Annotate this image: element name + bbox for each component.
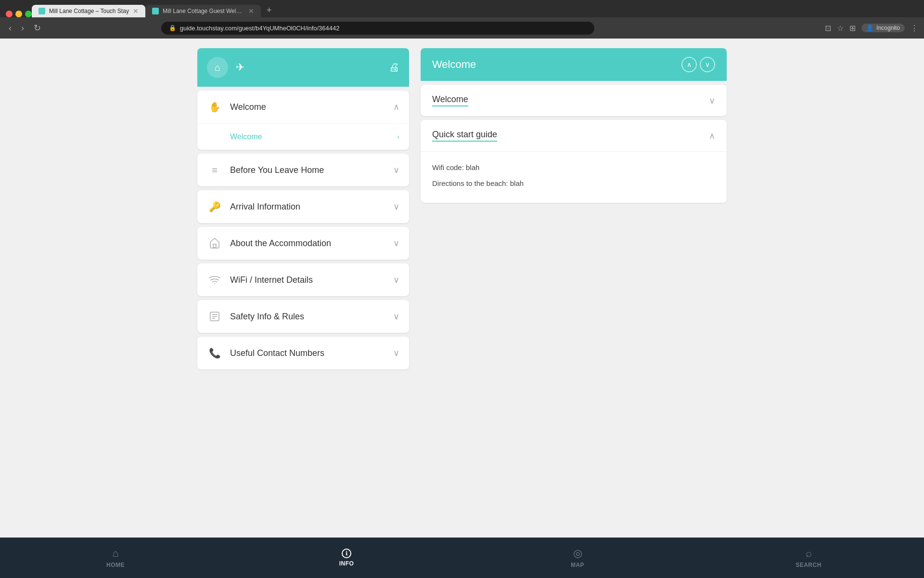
wifi-chevron: ∨ <box>393 275 399 285</box>
incognito-badge: 👤 Incognito <box>861 24 905 32</box>
bottom-nav: ⌂ HOME ℹ INFO ◎ MAP ⌕ SEARCH <box>0 538 924 578</box>
page-content: ⌂ ✈ 🖨 ✋ Welcome ∧ Welcome <box>0 39 924 576</box>
left-panel: ⌂ ✈ 🖨 ✋ Welcome ∧ Welcome <box>197 48 409 566</box>
reload-button[interactable]: ↻ <box>31 21 44 35</box>
nav-section-wifi: WiFi / Internet Details ∨ <box>197 263 409 296</box>
info-nav-label: INFO <box>339 560 354 567</box>
welcome-icon: ✋ <box>207 99 222 115</box>
nav-section-safety-header[interactable]: Safety Info & Rules ∨ <box>197 300 409 333</box>
bottom-nav-info[interactable]: ℹ INFO <box>231 543 462 572</box>
right-panel-header: Welcome ∧ ∨ <box>421 48 727 81</box>
nav-down-arrow[interactable]: ∨ <box>700 57 715 72</box>
arrival-icon: 🔑 <box>207 199 222 214</box>
left-panel-header: ⌂ ✈ 🖨 <box>197 48 409 87</box>
bookmark-icon[interactable]: ☆ <box>837 24 844 33</box>
tab-2-close[interactable]: ✕ <box>248 8 254 14</box>
svg-point-1 <box>214 283 215 284</box>
quick-start-card-header[interactable]: Quick start guide ∧ <box>421 120 727 151</box>
bottom-nav-home[interactable]: ⌂ HOME <box>0 543 231 572</box>
nav-section-accommodation-header[interactable]: About the Accommodation ∨ <box>197 227 409 260</box>
contact-chevron: ∨ <box>393 348 399 358</box>
tab-1[interactable]: Mill Lane Cottage – Touch Stay ✕ <box>32 5 145 17</box>
nav-section-before-header[interactable]: ≡ Before You Leave Home ∨ <box>197 154 409 186</box>
before-icon: ≡ <box>207 162 222 178</box>
welcome-sub-item[interactable]: Welcome › <box>197 128 409 146</box>
home-icon-circle[interactable]: ⌂ <box>207 57 228 78</box>
address-bar[interactable]: 🔒 guide.touchstay.com/guest/b4YqUMheOl0C… <box>161 22 594 35</box>
right-panel-title: Welcome <box>432 58 476 71</box>
right-panel: Welcome ∧ ∨ Welcome ∨ Quick sta <box>421 48 727 566</box>
menu-icon[interactable]: ⋮ <box>911 24 918 33</box>
url-text: guide.touchstay.com/guest/b4YqUMheOl0CH/… <box>180 25 340 32</box>
accommodation-icon <box>207 236 222 251</box>
home-nav-icon: ⌂ <box>112 547 118 560</box>
quick-start-card-chevron: ∧ <box>709 131 715 141</box>
cast-icon[interactable]: ⊡ <box>825 24 831 33</box>
wifi-label: WiFi / Internet Details <box>230 275 385 285</box>
arrival-label: Arrival Information <box>230 202 385 212</box>
forward-button[interactable]: › <box>18 21 27 35</box>
contact-icon: 📞 <box>207 345 222 361</box>
welcome-card-title: Welcome <box>432 94 468 106</box>
nav-section-before-you-leave: ≡ Before You Leave Home ∨ <box>197 154 409 186</box>
lock-icon: 🔒 <box>169 25 176 31</box>
nav-section-safety: Safety Info & Rules ∨ <box>197 300 409 333</box>
back-button[interactable]: ‹ <box>6 21 14 35</box>
info-active-indicator: ℹ <box>342 549 351 558</box>
incognito-label: Incognito <box>876 25 900 31</box>
tab-2-favicon <box>152 8 159 14</box>
arrival-chevron: ∨ <box>393 201 399 212</box>
nav-arrows: ∧ ∨ <box>681 57 715 72</box>
nav-section-accommodation: About the Accommodation ∨ <box>197 227 409 260</box>
tabs-bar: Mill Lane Cottage – Touch Stay ✕ Mill La… <box>0 0 924 17</box>
send-icon[interactable]: ✈ <box>236 61 244 74</box>
content-cards: Welcome ∨ Quick start guide ∧ Wifi code:… <box>421 85 727 203</box>
home-icon: ⌂ <box>215 62 220 73</box>
panel-header-left: ⌂ ✈ <box>207 57 244 78</box>
bottom-nav-items: ⌂ HOME ℹ INFO ◎ MAP ⌕ SEARCH <box>0 543 924 572</box>
nav-section-arrival-header[interactable]: 🔑 Arrival Information ∨ <box>197 190 409 223</box>
browser-chrome: Mill Lane Cottage – Touch Stay ✕ Mill La… <box>0 0 924 39</box>
extension-icon[interactable]: ⊞ <box>849 24 856 33</box>
toolbar-icons: ⊡ ☆ ⊞ 👤 Incognito ⋮ <box>825 24 918 33</box>
search-nav-label: SEARCH <box>796 562 821 568</box>
tab-1-close[interactable]: ✕ <box>133 8 139 14</box>
welcome-card-header[interactable]: Welcome ∨ <box>421 85 727 116</box>
tab-2[interactable]: Mill Lane Cottage Guest Welco... ✕ <box>145 5 261 17</box>
contact-label: Useful Contact Numbers <box>230 348 385 358</box>
accommodation-chevron: ∨ <box>393 238 399 249</box>
quick-start-card-title: Quick start guide <box>432 130 497 142</box>
minimize-button[interactable] <box>15 11 22 17</box>
new-tab-button[interactable]: + <box>263 3 276 17</box>
welcome-sub-items: Welcome › <box>197 124 409 150</box>
address-bar-row: ‹ › ↻ 🔒 guide.touchstay.com/guest/b4YqUM… <box>0 17 924 39</box>
tab-1-favicon <box>38 8 45 14</box>
nav-section-welcome-header[interactable]: ✋ Welcome ∧ <box>197 91 409 124</box>
quick-start-card-body: Wifi code: blah Directions to the beach:… <box>421 151 727 203</box>
bottom-nav-map[interactable]: ◎ MAP <box>462 543 693 572</box>
nav-up-arrow[interactable]: ∧ <box>681 57 697 72</box>
welcome-card-chevron: ∨ <box>709 95 715 106</box>
quick-start-card: Quick start guide ∧ Wifi code: blah Dire… <box>421 120 727 203</box>
quick-guide-item-0: Wifi code: blah <box>432 159 715 175</box>
tab-2-title: Mill Lane Cottage Guest Welco... <box>163 8 244 14</box>
welcome-sub-chevron: › <box>397 133 399 141</box>
nav-section-contact-header[interactable]: 📞 Useful Contact Numbers ∨ <box>197 337 409 369</box>
bottom-nav-search[interactable]: ⌕ SEARCH <box>693 543 924 572</box>
traffic-lights <box>6 11 32 17</box>
before-chevron: ∨ <box>393 165 399 175</box>
print-icon[interactable]: 🖨 <box>389 61 399 74</box>
close-button[interactable] <box>6 11 13 17</box>
nav-section-wifi-header[interactable]: WiFi / Internet Details ∨ <box>197 263 409 296</box>
svg-rect-0 <box>213 244 216 248</box>
maximize-button[interactable] <box>25 11 32 17</box>
safety-label: Safety Info & Rules <box>230 312 385 322</box>
welcome-chevron: ∧ <box>393 102 399 112</box>
nav-sections: ✋ Welcome ∧ Welcome › ≡ Be <box>197 91 409 369</box>
before-label: Before You Leave Home <box>230 165 385 175</box>
welcome-content-card: Welcome ∨ <box>421 85 727 116</box>
incognito-icon: 👤 <box>866 25 873 31</box>
safety-icon <box>207 309 222 324</box>
tab-1-title: Mill Lane Cottage – Touch Stay <box>49 8 129 14</box>
nav-section-welcome: ✋ Welcome ∧ Welcome › <box>197 91 409 150</box>
